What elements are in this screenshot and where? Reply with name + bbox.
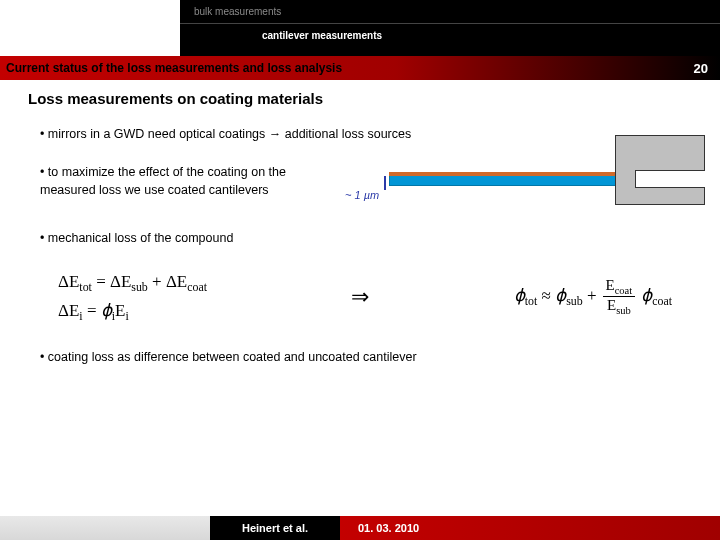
page-number: 20: [694, 61, 708, 76]
tab-bar: bulk measurements: [180, 0, 720, 24]
formula-left: ΔEtot = ΔEsub + ΔEcoat ΔEi = ϕiEi: [58, 268, 207, 327]
fraction: Ecoat Esub: [603, 277, 636, 317]
dimension-arrow-icon: [381, 175, 389, 193]
clamp-notch: [635, 170, 705, 188]
content-subtitle: Loss measurements on coating materials: [28, 90, 692, 107]
formula-right: ϕtot ≈ ϕsub + Ecoat Esub ϕcoat: [514, 277, 672, 317]
implies-arrow: ⇒: [351, 284, 369, 310]
formula-line-1: ΔEtot = ΔEsub + ΔEcoat: [58, 268, 207, 297]
title-bar: Current status of the loss measurements …: [0, 56, 720, 80]
tab-bulk: bulk measurements: [180, 0, 295, 23]
tab-cantilever: cantilever measurements: [180, 24, 720, 47]
formula-row: ΔEtot = ΔEsub + ΔEcoat ΔEi = ϕiEi ⇒ ϕtot…: [58, 268, 672, 327]
footer-author: Heinert et al.: [210, 516, 340, 540]
bullet-3: • mechanical loss of the compound: [40, 229, 692, 247]
thickness-label: ~ 1 µm: [345, 189, 379, 201]
bullet-4: • coating loss as difference between coa…: [40, 348, 692, 366]
header-block: bulk measurements cantilever measurement…: [180, 0, 720, 56]
coating-layer: [389, 172, 639, 176]
slide-title: Current status of the loss measurements …: [6, 61, 342, 75]
footer: Heinert et al. 01. 03. 2010: [0, 516, 720, 540]
footer-left: [0, 516, 210, 540]
cantilever-diagram: ~ 1 µm: [345, 135, 705, 215]
footer-date: 01. 03. 2010: [340, 516, 720, 540]
formula-line-2: ΔEi = ϕiEi: [58, 297, 207, 326]
bullet-2: • to maximize the effect of the coating …: [40, 163, 320, 199]
